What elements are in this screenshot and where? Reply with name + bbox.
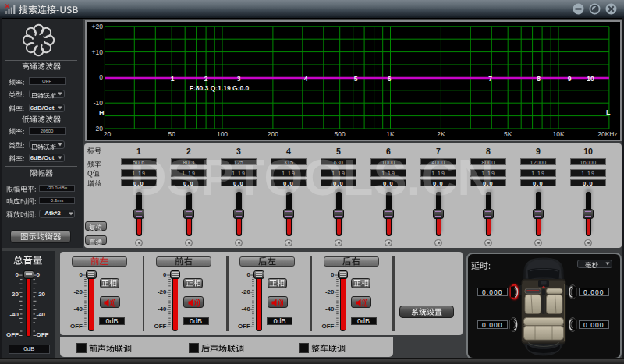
svg-text:7: 7 <box>488 75 492 83</box>
svg-text:-10: -10 <box>94 99 104 107</box>
svg-text:+10: +10 <box>92 48 104 56</box>
svg-text:5: 5 <box>354 75 358 83</box>
svg-text:L: L <box>606 108 611 116</box>
svg-text:10K: 10K <box>552 130 564 138</box>
svg-text:5K: 5K <box>504 130 512 138</box>
svg-text:+20: +20 <box>92 23 104 30</box>
svg-text:10: 10 <box>587 75 594 83</box>
svg-text:2: 2 <box>204 75 208 83</box>
svg-text:8: 8 <box>537 75 541 83</box>
svg-text:6: 6 <box>388 75 392 83</box>
svg-text:DSPTOOLS.CN: DSPTOOLS.CN <box>130 157 494 202</box>
svg-text:200: 200 <box>268 130 278 138</box>
svg-text:9: 9 <box>568 75 572 83</box>
svg-text:50: 50 <box>168 130 176 138</box>
svg-text:1: 1 <box>171 75 175 83</box>
svg-text:20: 20 <box>104 130 112 138</box>
svg-text:0: 0 <box>99 73 103 81</box>
svg-text:4: 4 <box>304 75 308 83</box>
svg-text:500: 500 <box>335 130 346 138</box>
svg-text:100: 100 <box>217 130 228 138</box>
svg-text:H: H <box>99 109 105 117</box>
svg-text:F:80.3 Q:1.19 G:0.0: F:80.3 Q:1.19 G:0.0 <box>190 84 250 92</box>
svg-text:3: 3 <box>237 75 241 83</box>
svg-text:2K: 2K <box>437 130 445 138</box>
svg-text:20KHz: 20KHz <box>597 130 618 138</box>
svg-text:-20: -20 <box>94 125 104 133</box>
svg-text:1K: 1K <box>386 130 395 138</box>
